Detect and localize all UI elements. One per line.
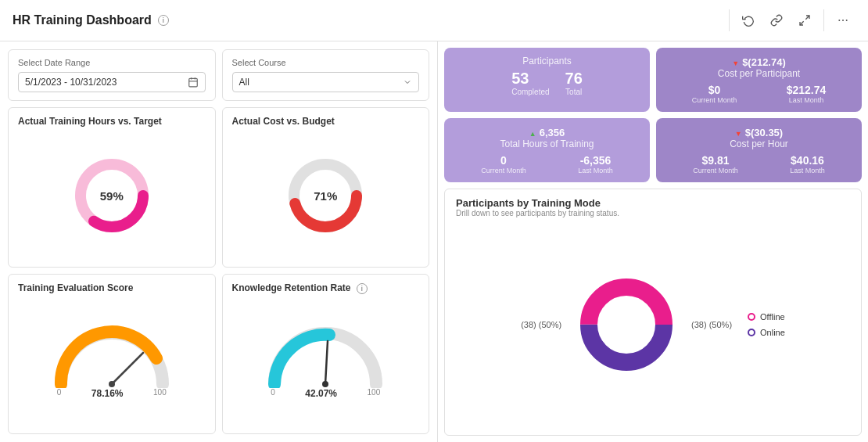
hours-last: -6,356 Last Month [578, 154, 613, 174]
completed-label: Completed [511, 88, 549, 96]
svg-point-3 [842, 20, 844, 21]
header-separator [729, 9, 730, 31]
cph-trend-value: $(30.35) [745, 127, 783, 138]
training-mode-subtitle: Drill down to see participants by traini… [456, 209, 850, 217]
retention-min-max: 0 42.07% 100 [271, 388, 380, 399]
cpp-last-label: Last Month [787, 96, 827, 104]
total-label: Total [565, 88, 583, 96]
bottom-charts-row: Training Evaluation Score 0 [8, 274, 429, 434]
eval-chart: Training Evaluation Score 0 [8, 274, 216, 434]
hours-sub-row: 0 Current Month -6,356 Last Month [455, 154, 639, 174]
training-mode-body: (38) (50%) (38) (50%) [456, 222, 850, 427]
filter-row: Select Date Range 5/1/2023 - 10/31/2023 … [8, 49, 429, 101]
training-mode-title: Participants by Training Mode [456, 197, 850, 209]
cph-title: Cost per Hour [667, 138, 851, 149]
course-select[interactable]: All [232, 72, 420, 92]
training-hours-donut: 59% [69, 153, 155, 239]
refresh-button[interactable] [736, 8, 761, 33]
title-text: HR Training Dashboard [13, 13, 152, 27]
training-mode-donut [576, 274, 677, 376]
cost-per-participant-kpi: $(212.74) Cost per Participant $0 Curren… [656, 48, 862, 112]
participants-title: Participants [455, 56, 639, 66]
more-options-button[interactable] [830, 8, 855, 33]
svg-line-15 [325, 341, 328, 384]
offline-legend-label: Offline [760, 312, 785, 322]
link-button[interactable] [764, 8, 789, 33]
participants-values: 53 Completed 76 Total [455, 70, 639, 96]
cph-sub-row: $9.81 Current Month $40.16 Last Month [667, 154, 851, 174]
date-range-input[interactable]: 5/1/2023 - 10/31/2023 [18, 72, 206, 92]
eval-max: 100 [153, 388, 167, 399]
hours-trend-value: 6,356 [540, 127, 565, 138]
cph-last-label: Last Month [790, 167, 825, 174]
cpp-current-label: Current Month [692, 96, 737, 104]
eval-gauge-svg [53, 325, 170, 388]
svg-point-14 [109, 381, 115, 387]
retention-title: Knowledge Retention Rate i [232, 282, 420, 294]
kpi-top-row: Participants 53 Completed 76 Total [444, 48, 862, 112]
header-actions [726, 8, 855, 33]
training-mode-section: Participants by Training Mode Drill down… [444, 189, 862, 436]
eval-min-max: 0 78.16% 100 [57, 388, 167, 399]
training-mode-legend: Offline Online [748, 312, 785, 337]
title-info-icon[interactable]: i [158, 15, 169, 26]
kpi-bottom-row: 6,356 Total Hours of Training 0 Current … [444, 118, 862, 182]
legend-offline: Offline [748, 312, 785, 322]
cost-body: 71% [232, 131, 420, 259]
training-hours-body: 59% [18, 131, 206, 259]
cph-current-label: Current Month [693, 167, 738, 174]
hours-trend: 6,356 [455, 126, 639, 138]
online-legend-dot [748, 329, 755, 336]
hours-trend-icon [529, 126, 536, 138]
header: HR Training Dashboard i [0, 0, 868, 41]
cpp-last-value: $212.74 [787, 84, 827, 96]
cost-pct: 71% [314, 189, 337, 202]
cost-chart: Actual Cost vs. Budget 71% [222, 107, 430, 268]
legend-online: Online [748, 328, 785, 337]
eval-min: 0 [57, 388, 62, 399]
cpp-sub-row: $0 Current Month $212.74 Last Month [667, 84, 851, 104]
retention-value: 42.07% [305, 388, 337, 399]
course-filter: Select Course All [222, 49, 430, 101]
svg-rect-5 [188, 78, 197, 87]
course-value: All [239, 77, 249, 88]
offline-legend-dot [748, 313, 755, 321]
svg-line-0 [805, 16, 809, 20]
calendar-icon [188, 77, 199, 88]
cpp-current-value: $0 [692, 84, 737, 96]
right-panel: Participants 53 Completed 76 Total [438, 41, 868, 442]
chevron-down-icon [403, 77, 412, 87]
cost-donut: 71% [282, 153, 368, 239]
hours-current: 0 Current Month [481, 154, 526, 174]
cpp-title: Cost per Participant [667, 68, 851, 79]
eval-body: 0 78.16% 100 [18, 298, 206, 426]
main-content: Select Date Range 5/1/2023 - 10/31/2023 … [0, 41, 868, 442]
participants-total: 76 Total [565, 70, 583, 96]
cph-current-value: $9.81 [693, 154, 738, 167]
retention-gauge-svg [267, 325, 384, 388]
eval-value: 78.16% [91, 388, 124, 399]
hours-title: Total Hours of Training [455, 138, 639, 149]
cph-last-value: $40.16 [790, 154, 825, 167]
cph-current: $9.81 Current Month [693, 154, 738, 174]
training-hours-title: Actual Training Hours vs. Target [18, 116, 206, 127]
cost-title: Actual Cost vs. Budget [232, 116, 420, 127]
retention-chart: Knowledge Retention Rate i [222, 274, 430, 434]
hours-last-label: Last Month [578, 167, 613, 174]
cph-last: $40.16 Last Month [790, 154, 825, 174]
cph-trend-icon [735, 126, 742, 138]
retention-info-icon[interactable]: i [357, 283, 368, 294]
online-legend-label: Online [760, 328, 785, 337]
svg-point-19 [598, 296, 655, 353]
cph-trend: $(30.35) [667, 126, 851, 138]
retention-min: 0 [271, 388, 275, 399]
eval-title: Training Evaluation Score [18, 282, 206, 293]
retention-body: 0 42.07% 100 [232, 299, 420, 426]
svg-line-13 [112, 353, 143, 384]
participants-kpi: Participants 53 Completed 76 Total [444, 48, 650, 112]
expand-button[interactable] [792, 8, 817, 33]
svg-point-4 [846, 20, 848, 21]
hours-last-value: -6,356 [578, 154, 613, 167]
svg-line-1 [800, 21, 804, 25]
retention-max: 100 [368, 388, 381, 399]
